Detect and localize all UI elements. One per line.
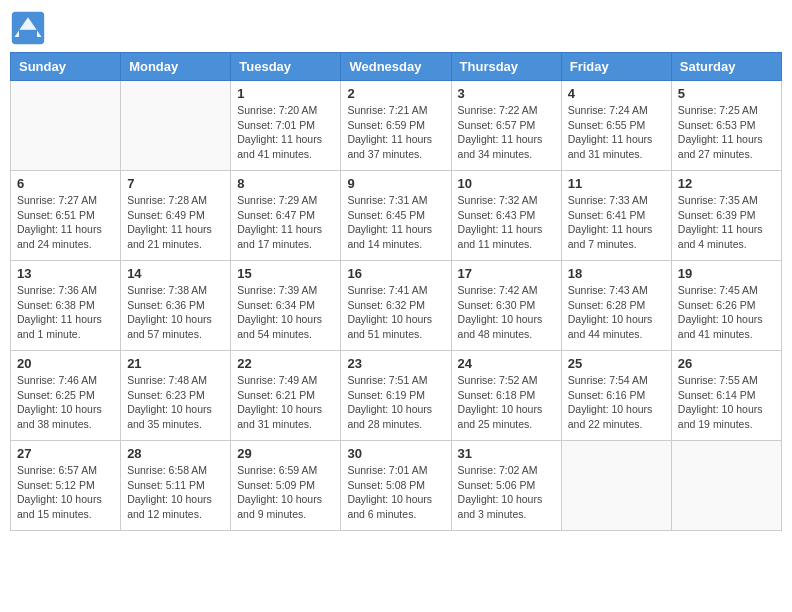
- calendar-cell: 9Sunrise: 7:31 AM Sunset: 6:45 PM Daylig…: [341, 171, 451, 261]
- calendar-cell: 27Sunrise: 6:57 AM Sunset: 5:12 PM Dayli…: [11, 441, 121, 531]
- calendar-cell: 10Sunrise: 7:32 AM Sunset: 6:43 PM Dayli…: [451, 171, 561, 261]
- calendar-cell: 14Sunrise: 7:38 AM Sunset: 6:36 PM Dayli…: [121, 261, 231, 351]
- calendar-cell: 12Sunrise: 7:35 AM Sunset: 6:39 PM Dayli…: [671, 171, 781, 261]
- day-info: Sunrise: 7:41 AM Sunset: 6:32 PM Dayligh…: [347, 283, 444, 342]
- day-info: Sunrise: 7:49 AM Sunset: 6:21 PM Dayligh…: [237, 373, 334, 432]
- day-number: 28: [127, 446, 224, 461]
- day-number: 8: [237, 176, 334, 191]
- calendar-cell: 20Sunrise: 7:46 AM Sunset: 6:25 PM Dayli…: [11, 351, 121, 441]
- calendar-cell: 26Sunrise: 7:55 AM Sunset: 6:14 PM Dayli…: [671, 351, 781, 441]
- day-header-thursday: Thursday: [451, 53, 561, 81]
- day-number: 3: [458, 86, 555, 101]
- day-number: 6: [17, 176, 114, 191]
- day-info: Sunrise: 7:36 AM Sunset: 6:38 PM Dayligh…: [17, 283, 114, 342]
- calendar-cell: 15Sunrise: 7:39 AM Sunset: 6:34 PM Dayli…: [231, 261, 341, 351]
- calendar-cell: 4Sunrise: 7:24 AM Sunset: 6:55 PM Daylig…: [561, 81, 671, 171]
- day-info: Sunrise: 7:25 AM Sunset: 6:53 PM Dayligh…: [678, 103, 775, 162]
- calendar-cell: 8Sunrise: 7:29 AM Sunset: 6:47 PM Daylig…: [231, 171, 341, 261]
- calendar-cell: 30Sunrise: 7:01 AM Sunset: 5:08 PM Dayli…: [341, 441, 451, 531]
- calendar-cell: 7Sunrise: 7:28 AM Sunset: 6:49 PM Daylig…: [121, 171, 231, 261]
- calendar-cell: 28Sunrise: 6:58 AM Sunset: 5:11 PM Dayli…: [121, 441, 231, 531]
- day-info: Sunrise: 7:31 AM Sunset: 6:45 PM Dayligh…: [347, 193, 444, 252]
- day-header-tuesday: Tuesday: [231, 53, 341, 81]
- day-number: 9: [347, 176, 444, 191]
- day-number: 27: [17, 446, 114, 461]
- calendar-cell: 21Sunrise: 7:48 AM Sunset: 6:23 PM Dayli…: [121, 351, 231, 441]
- calendar-cell: 22Sunrise: 7:49 AM Sunset: 6:21 PM Dayli…: [231, 351, 341, 441]
- day-number: 2: [347, 86, 444, 101]
- day-info: Sunrise: 7:27 AM Sunset: 6:51 PM Dayligh…: [17, 193, 114, 252]
- calendar-cell: 19Sunrise: 7:45 AM Sunset: 6:26 PM Dayli…: [671, 261, 781, 351]
- logo-icon: [10, 10, 46, 46]
- day-header-sunday: Sunday: [11, 53, 121, 81]
- day-info: Sunrise: 6:57 AM Sunset: 5:12 PM Dayligh…: [17, 463, 114, 522]
- day-number: 20: [17, 356, 114, 371]
- calendar-cell: 18Sunrise: 7:43 AM Sunset: 6:28 PM Dayli…: [561, 261, 671, 351]
- day-number: 23: [347, 356, 444, 371]
- calendar-cell: [561, 441, 671, 531]
- svg-rect-2: [19, 30, 37, 37]
- day-info: Sunrise: 7:54 AM Sunset: 6:16 PM Dayligh…: [568, 373, 665, 432]
- day-number: 18: [568, 266, 665, 281]
- day-info: Sunrise: 7:29 AM Sunset: 6:47 PM Dayligh…: [237, 193, 334, 252]
- calendar-cell: 25Sunrise: 7:54 AM Sunset: 6:16 PM Dayli…: [561, 351, 671, 441]
- day-number: 11: [568, 176, 665, 191]
- day-number: 15: [237, 266, 334, 281]
- calendar-cell: 17Sunrise: 7:42 AM Sunset: 6:30 PM Dayli…: [451, 261, 561, 351]
- day-number: 7: [127, 176, 224, 191]
- calendar-cell: [121, 81, 231, 171]
- day-number: 22: [237, 356, 334, 371]
- day-info: Sunrise: 7:52 AM Sunset: 6:18 PM Dayligh…: [458, 373, 555, 432]
- day-header-friday: Friday: [561, 53, 671, 81]
- logo: [10, 10, 50, 46]
- calendar-cell: [11, 81, 121, 171]
- calendar-cell: 2Sunrise: 7:21 AM Sunset: 6:59 PM Daylig…: [341, 81, 451, 171]
- day-info: Sunrise: 7:38 AM Sunset: 6:36 PM Dayligh…: [127, 283, 224, 342]
- day-info: Sunrise: 7:43 AM Sunset: 6:28 PM Dayligh…: [568, 283, 665, 342]
- day-info: Sunrise: 7:39 AM Sunset: 6:34 PM Dayligh…: [237, 283, 334, 342]
- calendar-week-row: 20Sunrise: 7:46 AM Sunset: 6:25 PM Dayli…: [11, 351, 782, 441]
- calendar-cell: 23Sunrise: 7:51 AM Sunset: 6:19 PM Dayli…: [341, 351, 451, 441]
- day-header-saturday: Saturday: [671, 53, 781, 81]
- day-number: 14: [127, 266, 224, 281]
- calendar-cell: 16Sunrise: 7:41 AM Sunset: 6:32 PM Dayli…: [341, 261, 451, 351]
- day-info: Sunrise: 7:24 AM Sunset: 6:55 PM Dayligh…: [568, 103, 665, 162]
- day-number: 19: [678, 266, 775, 281]
- day-number: 17: [458, 266, 555, 281]
- day-info: Sunrise: 7:20 AM Sunset: 7:01 PM Dayligh…: [237, 103, 334, 162]
- calendar-week-row: 1Sunrise: 7:20 AM Sunset: 7:01 PM Daylig…: [11, 81, 782, 171]
- day-info: Sunrise: 7:22 AM Sunset: 6:57 PM Dayligh…: [458, 103, 555, 162]
- day-header-monday: Monday: [121, 53, 231, 81]
- calendar-cell: 24Sunrise: 7:52 AM Sunset: 6:18 PM Dayli…: [451, 351, 561, 441]
- day-info: Sunrise: 7:45 AM Sunset: 6:26 PM Dayligh…: [678, 283, 775, 342]
- calendar-cell: 1Sunrise: 7:20 AM Sunset: 7:01 PM Daylig…: [231, 81, 341, 171]
- page-header: [10, 10, 782, 46]
- day-info: Sunrise: 6:58 AM Sunset: 5:11 PM Dayligh…: [127, 463, 224, 522]
- calendar-cell: [671, 441, 781, 531]
- calendar-table: SundayMondayTuesdayWednesdayThursdayFrid…: [10, 52, 782, 531]
- calendar-cell: 13Sunrise: 7:36 AM Sunset: 6:38 PM Dayli…: [11, 261, 121, 351]
- calendar-cell: 3Sunrise: 7:22 AM Sunset: 6:57 PM Daylig…: [451, 81, 561, 171]
- day-info: Sunrise: 7:42 AM Sunset: 6:30 PM Dayligh…: [458, 283, 555, 342]
- calendar-cell: 6Sunrise: 7:27 AM Sunset: 6:51 PM Daylig…: [11, 171, 121, 261]
- day-number: 26: [678, 356, 775, 371]
- day-info: Sunrise: 7:48 AM Sunset: 6:23 PM Dayligh…: [127, 373, 224, 432]
- day-number: 12: [678, 176, 775, 191]
- day-number: 4: [568, 86, 665, 101]
- day-info: Sunrise: 7:51 AM Sunset: 6:19 PM Dayligh…: [347, 373, 444, 432]
- calendar-cell: 11Sunrise: 7:33 AM Sunset: 6:41 PM Dayli…: [561, 171, 671, 261]
- day-info: Sunrise: 7:32 AM Sunset: 6:43 PM Dayligh…: [458, 193, 555, 252]
- day-info: Sunrise: 7:55 AM Sunset: 6:14 PM Dayligh…: [678, 373, 775, 432]
- day-header-wednesday: Wednesday: [341, 53, 451, 81]
- calendar-cell: 31Sunrise: 7:02 AM Sunset: 5:06 PM Dayli…: [451, 441, 561, 531]
- calendar-week-row: 27Sunrise: 6:57 AM Sunset: 5:12 PM Dayli…: [11, 441, 782, 531]
- day-number: 24: [458, 356, 555, 371]
- day-number: 16: [347, 266, 444, 281]
- day-number: 29: [237, 446, 334, 461]
- day-number: 30: [347, 446, 444, 461]
- day-info: Sunrise: 6:59 AM Sunset: 5:09 PM Dayligh…: [237, 463, 334, 522]
- calendar-cell: 29Sunrise: 6:59 AM Sunset: 5:09 PM Dayli…: [231, 441, 341, 531]
- day-number: 13: [17, 266, 114, 281]
- day-info: Sunrise: 7:35 AM Sunset: 6:39 PM Dayligh…: [678, 193, 775, 252]
- day-number: 1: [237, 86, 334, 101]
